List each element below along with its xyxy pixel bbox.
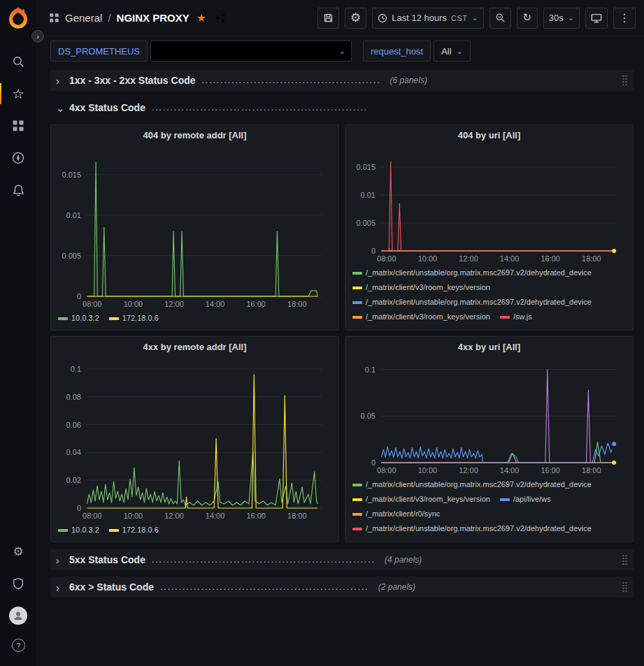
row-6xx[interactable]: › 6xx > Status Code ....................… — [50, 577, 634, 598]
refresh-interval-dropdown[interactable]: 30s ⌄ — [543, 8, 580, 29]
variable-datasource-select[interactable]: ⌄ — [150, 41, 352, 61]
row-drag-handle-icon[interactable] — [622, 581, 628, 593]
grafana-logo[interactable] — [6, 6, 30, 30]
dashboard-settings-button[interactable]: ⚙ — [345, 8, 366, 29]
grafana-app: ☆ ⚙ — [0, 0, 644, 666]
row-title: 1xx - 3xx - 2xx Status Code — [69, 75, 196, 86]
row-drag-handle-icon[interactable] — [622, 75, 628, 86]
panel-title[interactable]: 404 by remote addr [All] — [51, 125, 338, 145]
sidebar-item-dashboards[interactable] — [0, 110, 36, 142]
user-icon — [13, 610, 24, 621]
legend-item[interactable]: /_matrix/client/v3/room_keys/version — [352, 312, 490, 322]
series-label: /_matrix/client/v3/room_keys/version — [366, 282, 490, 293]
sidebar-item-help[interactable]: ? — [12, 639, 25, 652]
save-dashboard-button[interactable] — [317, 8, 339, 29]
dashboard-title[interactable]: NGINX PROXY — [117, 12, 189, 24]
more-options-button[interactable]: ⋮ — [613, 8, 636, 29]
sidebar-item-alerting[interactable] — [0, 174, 36, 206]
save-icon — [323, 13, 334, 23]
legend-item[interactable]: /_matrix/client/unstable/org.matrix.msc2… — [352, 268, 592, 278]
chevron-right-icon: › — [56, 75, 63, 86]
series-swatch — [352, 528, 362, 530]
legend-item[interactable]: /_matrix/client/v3/room_keys/version — [352, 494, 490, 505]
svg-text:10:00: 10:00 — [418, 466, 438, 475]
series-swatch — [352, 316, 362, 319]
panel-legend: /_matrix/client/unstable/org.matrix.msc2… — [345, 475, 633, 542]
user-avatar[interactable] — [9, 607, 27, 625]
legend-item[interactable]: /_matrix/client/unstable/org.matrix.msc2… — [352, 297, 592, 307]
alerting-bell-icon — [12, 184, 25, 197]
share-icon[interactable] — [215, 13, 226, 24]
legend-item[interactable]: /api/live/ws — [500, 494, 551, 505]
row-1xx-3xx-2xx[interactable]: › 1xx - 3xx - 2xx Status Code ..........… — [50, 70, 634, 91]
favorite-star-icon[interactable]: ★ — [196, 11, 206, 24]
legend-item[interactable]: /_matrix/client/unstable/org.matrix.msc2… — [352, 523, 592, 534]
legend-item[interactable]: /sw.js — [500, 312, 532, 322]
svg-text:08:00: 08:00 — [377, 466, 396, 475]
row-title-dots: ........................................… — [152, 103, 368, 113]
panel-title[interactable]: 4xx by remote addr [All] — [51, 337, 338, 356]
monitor-icon — [591, 13, 602, 24]
panel-chart[interactable]: 00.020.040.060.080.108:0010:0012:0014:00… — [55, 356, 334, 521]
breadcrumb-folder[interactable]: General — [65, 12, 102, 24]
panel-4xx-by-uri: 4xx by uri [All] 00.050.108:0010:0012:00… — [345, 336, 634, 542]
series-swatch — [352, 272, 362, 275]
row-5xx[interactable]: › 5xx Status Code ......................… — [50, 549, 634, 570]
svg-text:14:00: 14:00 — [206, 512, 225, 520]
series-label: 172.18.0.6 — [122, 525, 159, 535]
legend-item[interactable]: /_matrix/client/r0/sync — [352, 509, 440, 519]
toolbar-actions: ⚙ Last 12 hours CST ⌄ ↻ — [317, 8, 636, 29]
row-drag-handle-icon[interactable] — [622, 554, 628, 565]
row-4xx[interactable]: ⌄ 4xx Status Code ......................… — [50, 97, 634, 118]
panel-title[interactable]: 4xx by uri [All] — [345, 337, 633, 356]
svg-text:0.015: 0.015 — [62, 171, 81, 179]
refresh-interval-label: 30s — [549, 13, 564, 23]
row-panel-count: (6 panels) — [390, 75, 427, 85]
chevron-down-icon: ⌄ — [56, 103, 63, 113]
search-icon — [12, 55, 25, 68]
sidebar-item-search[interactable] — [0, 45, 36, 78]
series-label: /_matrix/client/unstable/org.matrix.msc2… — [366, 479, 592, 490]
svg-text:0.04: 0.04 — [66, 448, 81, 456]
legend-item[interactable]: 172.18.0.6 — [109, 313, 159, 324]
sidebar-item-starred[interactable]: ☆ — [0, 78, 36, 110]
row-title-dots: ........................................… — [202, 75, 381, 85]
series-label: 10.0.3.2 — [71, 525, 99, 535]
svg-text:16:00: 16:00 — [541, 466, 560, 475]
svg-text:0: 0 — [371, 247, 375, 255]
sidebar-bottom: ⚙ ? — [0, 535, 36, 659]
tv-mode-button[interactable] — [585, 8, 608, 29]
legend-item[interactable]: /_matrix/client/unstable/org.matrix.msc2… — [352, 479, 592, 490]
svg-text:0.01: 0.01 — [361, 191, 375, 199]
panel-4xx-by-remote-addr: 4xx by remote addr [All] 00.020.040.060.… — [50, 336, 339, 542]
row-title-dots: ........................................… — [152, 555, 375, 565]
svg-text:12:00: 12:00 — [459, 254, 478, 263]
time-range-picker[interactable]: Last 12 hours CST ⌄ — [372, 8, 484, 29]
svg-text:0.1: 0.1 — [365, 365, 375, 374]
series-swatch — [352, 498, 362, 501]
sidebar-item-server-admin[interactable] — [0, 567, 36, 600]
refresh-button[interactable]: ↻ — [517, 8, 538, 29]
svg-text:08:00: 08:00 — [377, 254, 396, 263]
zoom-out-button[interactable] — [489, 8, 511, 29]
panel-title[interactable]: 404 by uri [All] — [345, 125, 633, 145]
panel-chart[interactable]: 00.050.108:0010:0012:0014:0016:0018:00 — [350, 356, 629, 475]
sidebar-item-configuration[interactable]: ⚙ — [0, 535, 36, 567]
panel-legend: /_matrix/client/unstable/org.matrix.msc2… — [345, 263, 633, 330]
refresh-icon: ↻ — [523, 13, 532, 23]
variable-request-host-select[interactable]: All ⌄ — [434, 41, 471, 61]
series-label: /_matrix/client/unstable/org.matrix.msc2… — [366, 268, 592, 278]
sidebar-item-explore[interactable] — [0, 142, 36, 174]
row-title: 5xx Status Code — [69, 554, 145, 565]
legend-item[interactable]: 10.0.3.2 — [58, 525, 99, 535]
legend-item[interactable]: 10.0.3.2 — [58, 313, 99, 324]
panel-chart[interactable]: 00.0050.010.01508:0010:0012:0014:0016:00… — [350, 145, 629, 263]
panel-chart[interactable]: 00.0050.010.01508:0010:0012:0014:0016:00… — [55, 145, 334, 309]
sidebar-expand-button[interactable]: › — [31, 30, 44, 43]
svg-text:16:00: 16:00 — [246, 512, 266, 520]
svg-text:0.1: 0.1 — [71, 365, 81, 373]
legend-item[interactable]: /_matrix/client/v3/room_keys/version — [352, 282, 490, 293]
panel-legend: 10.0.3.2172.18.0.6 — [51, 521, 338, 542]
legend-item[interactable]: 172.18.0.6 — [109, 525, 159, 535]
svg-text:10:00: 10:00 — [124, 300, 143, 308]
